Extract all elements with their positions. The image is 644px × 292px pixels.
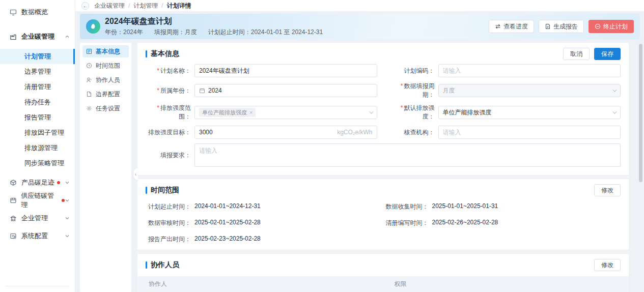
plan-year: 年份：2024年 — [105, 28, 143, 37]
plan-name-input[interactable]: 2024年碳盘查计划 — [194, 64, 377, 77]
sidebar-item-inventory-management[interactable]: 清册管理 — [0, 79, 75, 95]
scrollbar-thumb[interactable] — [639, 44, 642, 182]
tab-label: 协作人员 — [96, 76, 120, 84]
chevron-down-icon — [612, 87, 617, 92]
sidebar-item-product-footprint[interactable]: 产品碳足迹 — [0, 177, 75, 189]
report-doc-icon — [545, 23, 551, 30]
settings-panel-icon — [9, 232, 17, 240]
sidebar-item-label: 企业碳管理 — [21, 32, 54, 41]
cancel-button[interactable]: 取消 — [563, 48, 590, 60]
tab-collaborators[interactable]: 协作人员 — [82, 74, 129, 86]
circle-minus-icon — [595, 23, 601, 30]
verification-agency-input[interactable]: 请输入 — [438, 126, 621, 139]
section-bar — [146, 50, 147, 57]
sidebar-item-sync-strategy-management[interactable]: 同步策略管理 — [0, 156, 75, 171]
terminate-plan-button[interactable]: 终止计划 — [589, 20, 634, 33]
generate-report-button[interactable]: 生成报告 — [539, 20, 584, 33]
input-value: 3000 — [199, 129, 213, 136]
tab-basic-info[interactable]: 基本信息 — [82, 45, 129, 57]
sidebar-divider — [5, 286, 70, 286]
collaborators-table: 协作人 权限 专属账号1 计划管理审核人 产品审核人 计划管理审核人 — [137, 276, 629, 292]
progress-arrows-icon — [495, 23, 501, 30]
select-value: 单位产能排放强度 — [443, 108, 492, 117]
breadcrumb-item[interactable]: 计划管理 — [133, 2, 158, 10]
sidebar-item-emission-source-management[interactable]: 排放源管理 — [0, 140, 75, 156]
report-period-select[interactable]: 月度 — [438, 84, 621, 97]
factory-icon — [9, 33, 17, 41]
sidebar-item-report-management[interactable]: 报告管理 — [0, 110, 75, 125]
sidebar-item-boundary-management[interactable]: 边界管理 — [0, 64, 75, 79]
sidebar-submenu: 计划管理 边界管理 清册管理 待办任务 报告管理 排放因子管理 排放源管理 同步… — [0, 49, 75, 171]
field-value: 2025-01-01~2025-01-31 — [432, 202, 498, 211]
panel-collapse-handle[interactable]: ‹ — [133, 167, 138, 181]
tab-boundary-config[interactable]: 边界配置 — [82, 88, 129, 100]
default-intensity-select[interactable]: 单位产能排放强度 — [438, 106, 621, 119]
input-value: 2024 — [208, 87, 222, 94]
sidebar-item-system-settings[interactable]: 系统配置 — [0, 230, 75, 242]
sidebar-item-enterprise-carbon[interactable]: 企业碳管理 — [0, 31, 75, 43]
red-dot — [57, 181, 60, 184]
intensity-scope-multiselect[interactable]: 单位产能排放强度× — [194, 106, 377, 119]
plan-code-input[interactable]: 请输入 — [438, 64, 621, 77]
grid-window-icon — [9, 196, 17, 205]
year-picker[interactable]: 2024 — [194, 84, 377, 97]
chevron-down-icon — [65, 198, 70, 203]
save-button[interactable]: 保存 — [594, 48, 621, 60]
section-title: 基本信息 — [151, 49, 179, 59]
plan-period: 填报周期：月度 — [154, 28, 197, 37]
field-label: 计划编码： — [389, 67, 438, 75]
tab-label: 基本信息 — [96, 47, 120, 56]
view-progress-button[interactable]: 查看进度 — [489, 20, 534, 33]
chevron-down-icon — [65, 216, 70, 221]
field-label: *数据填报周期： — [389, 82, 438, 99]
plan-header-card: 2024年碳盘查计划 年份：2024年 填报周期：月度 计划起止时间：2024-… — [80, 14, 640, 39]
sidebar-item-todo-tasks[interactable]: 待办任务 — [0, 95, 75, 110]
chevron-up-icon — [65, 34, 70, 39]
plan-date-range: 计划起止时间：2024-01-01 至 2024-12-31 — [208, 28, 323, 37]
tab-label: 任务设置 — [96, 104, 120, 113]
button-label: 终止计划 — [603, 22, 628, 31]
sidebar-item-label: 数据概览 — [21, 8, 48, 17]
field-label: 报告产出时间： — [146, 235, 194, 244]
tab-task-settings[interactable]: 任务设置 — [82, 102, 129, 114]
edit-time-range-button[interactable]: 修改 — [594, 184, 621, 196]
sidebar-item-supply-chain-carbon[interactable]: 供应链碳管理 — [0, 194, 75, 207]
chevron-down-icon — [65, 180, 70, 185]
monitor-icon — [9, 8, 17, 16]
tag-close-icon[interactable]: × — [249, 109, 253, 115]
edit-collaborators-button[interactable]: 修改 — [594, 259, 621, 271]
section-bar — [146, 187, 147, 194]
input-placeholder: 请输入 — [443, 67, 461, 75]
field-label: 数据收集时间： — [383, 202, 432, 211]
sidebar-item-enterprise-management[interactable]: 企业管理 — [0, 212, 75, 224]
clock-icon — [86, 63, 93, 69]
field-label: *所属年份： — [146, 86, 194, 95]
field-label: *排放强度范围： — [146, 104, 194, 121]
field-label: 清册编写时间： — [383, 219, 432, 227]
requirements-textarea[interactable]: 请输入 — [194, 143, 621, 167]
breadcrumb: ← 企业碳管理 / 计划管理 / 计划详情 — [75, 0, 644, 11]
sidebar-item-label: 企业管理 — [21, 214, 48, 223]
calendar-icon — [199, 87, 205, 94]
field-value: 2025-02-23~2025-02-28 — [194, 235, 261, 244]
field-value: 2024-01-01~2024-12-31 — [194, 202, 261, 211]
section-time-range: 时间范围 修改 计划起止时间：2024-01-01~2024-12-31 数据收… — [137, 179, 629, 250]
detail-subnav: 基本信息 时间范围 协作人员 — [80, 43, 131, 292]
chevron-down-icon — [65, 233, 70, 239]
sidebar-item-plan-management[interactable]: 计划管理 — [0, 49, 75, 64]
tab-time-range[interactable]: 时间范围 — [82, 60, 129, 72]
field-label: 数据审核时间： — [146, 219, 194, 227]
sidebar-item-data-overview[interactable]: 数据概览 — [0, 6, 75, 18]
section-title: 时间范围 — [151, 186, 179, 195]
section-divider — [137, 250, 629, 254]
intensity-target-input[interactable]: 3000kgCO₂e/kWh — [194, 126, 377, 139]
breadcrumb-item[interactable]: 企业碳管理 — [94, 2, 125, 10]
back-button[interactable]: ← — [81, 2, 89, 10]
scrollbar-track — [636, 43, 644, 292]
column-header: 协作人 — [137, 280, 383, 288]
breadcrumb-current: 计划详情 — [167, 2, 191, 10]
sidebar-item-emission-factor-management[interactable]: 排放因子管理 — [0, 125, 75, 140]
file-icon — [86, 91, 93, 98]
package-icon — [9, 179, 17, 187]
tab-label: 边界配置 — [96, 90, 120, 99]
